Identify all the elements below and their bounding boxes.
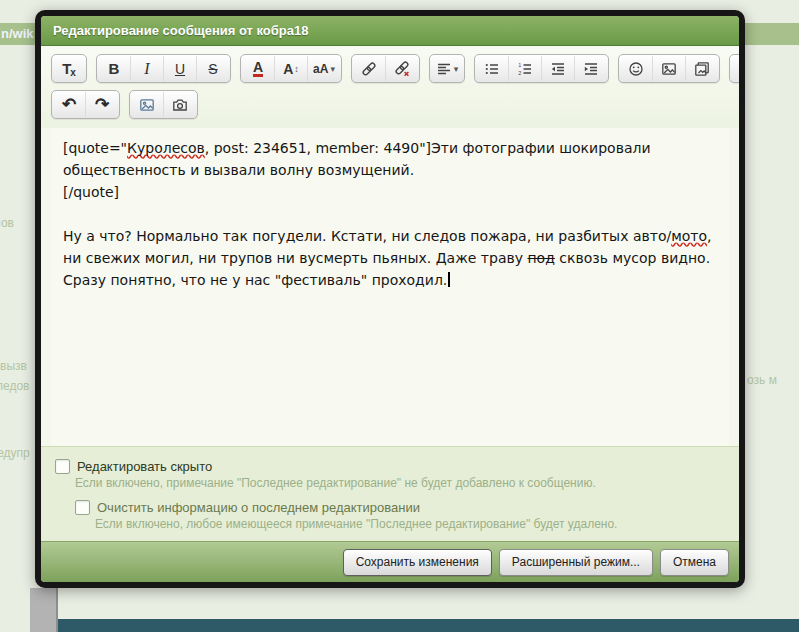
underline-button[interactable]: U [164,56,197,81]
edit-message-dialog: Редактирование сообщения от кобра18 Tx B… [35,10,745,588]
insert-image-button[interactable] [653,56,686,81]
font-family-button[interactable]: aA▾ [308,56,340,81]
gallery-button[interactable] [131,92,164,117]
italic-button[interactable]: I [131,56,164,81]
picture-icon [139,97,155,113]
clear-edit-info-label[interactable]: Очистить информацию о последнем редактир… [97,500,420,515]
dialog-footer: Сохранить изменения Расширенный режим...… [41,541,739,582]
save-button[interactable]: Сохранить изменения [343,549,492,576]
outdent-button[interactable] [542,56,575,81]
svg-text:1: 1 [518,62,521,68]
page-bottom-left-block [30,588,58,632]
unlink-button[interactable] [386,56,418,81]
chevron-down-icon: ▾ [454,64,459,74]
advanced-mode-button[interactable]: Расширенный режим... [499,549,653,576]
chevron-down-icon: ▾ [330,64,335,74]
background-text-fragment: предупр [0,446,30,460]
camera-icon [172,97,188,113]
cancel-button[interactable]: Отмена [660,549,729,576]
font-size-button[interactable]: A↕ [275,56,308,81]
link-icon [361,61,377,77]
text-color-icon: A [253,61,263,77]
text-cursor [448,272,450,287]
outdent-icon [550,61,566,77]
strikethrough-button[interactable]: S [197,56,229,81]
bullet-list-icon [484,61,500,77]
editor-line: ни свежих могил, ни трупов ни вусмерть п… [63,247,717,269]
editor-line: общественность и вызвали волну возмущени… [63,159,717,181]
edit-options-section: Редактировать скрыто Если включено, прим… [41,446,739,541]
bold-button[interactable]: B [98,56,131,81]
clear-edit-info-checkbox[interactable] [75,500,90,515]
numbered-list-icon: 12 [517,61,533,77]
editor-line: [/quote] [63,181,717,203]
align-left-icon [436,61,452,77]
editor-line [63,203,717,225]
undo-button[interactable]: ↶ [53,92,86,117]
background-url-fragment: n/wik [1,26,34,41]
unlink-icon [394,61,410,77]
indent-button[interactable] [575,56,607,81]
smiley-icon [628,61,644,77]
background-text-fragment: ледов [0,379,29,393]
editor-line: Сразу понятно, что не у нас "фестиваль" … [63,269,717,291]
page-bottom-bar [55,619,799,632]
svg-text:2: 2 [518,70,521,76]
silent-edit-label[interactable]: Редактировать скрыто [77,459,212,474]
insert-link-button[interactable] [353,56,386,81]
media-icon [694,61,710,77]
remove-format-button[interactable]: Tx [53,56,85,81]
dialog-title: Редактирование сообщения от кобра18 [41,16,739,46]
editor-toolbar: Tx B I U S A A↕ aA▾ [41,46,739,128]
unordered-list-button[interactable] [476,56,509,81]
smilies-button[interactable] [620,56,653,81]
image-icon [661,61,677,77]
alignment-button[interactable]: ▾ [431,56,463,81]
ordered-list-button[interactable]: 12 [509,56,542,81]
message-editor[interactable]: [quote="Куролесов, post: 234651, member:… [51,128,729,446]
text-color-button[interactable]: A [242,56,275,81]
editor-line: [quote="Куролесов, post: 234651, member:… [63,137,717,159]
redo-button[interactable]: ↷ [86,92,118,117]
background-text-fragment: озь м [747,373,777,387]
clear-edit-info-hint: Если включено, любое имеющееся примечани… [95,517,725,531]
silent-edit-checkbox[interactable] [55,459,70,474]
background-text-fragment: вызв [0,359,27,373]
silent-edit-hint: Если включено, примечание "Последнее ред… [75,476,725,490]
editor-line: Ну а что? Нормально так погудели. Кстати… [63,225,717,247]
camera-button[interactable] [164,92,196,117]
insert-media-button[interactable] [686,56,718,81]
editor-content: [quote="Куролесов, post: 234651, member:… [63,137,717,291]
indent-icon [583,61,599,77]
background-text-fragment: пожалов [0,216,14,230]
size-arrows-icon: ↕ [294,64,299,74]
code-button[interactable] [731,56,739,81]
